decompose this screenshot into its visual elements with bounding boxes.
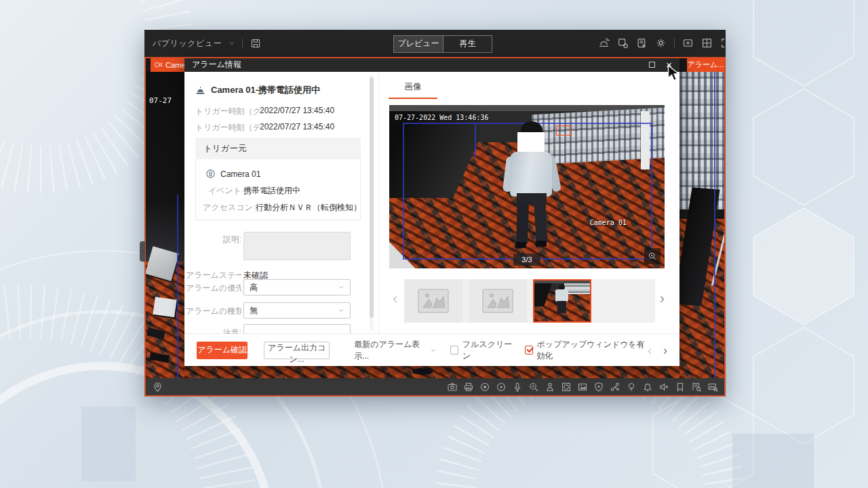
detected-person <box>503 121 560 257</box>
shield-add-icon[interactable] <box>593 381 604 392</box>
camera-icon <box>154 61 163 68</box>
panel-expander-handle[interactable] <box>140 241 145 262</box>
prev-alarm-icon[interactable]: ‹ <box>648 344 652 357</box>
maximize-icon[interactable] <box>649 62 655 68</box>
checkbox-checked[interactable] <box>525 346 533 354</box>
chevron-down-icon <box>338 284 344 291</box>
fullscreen-checkbox[interactable]: フルスクリーン <box>450 339 514 362</box>
alarm-snapshot[interactable]: 07-27-2022 Wed 13:46:36 Camera 01 3/3 <box>389 105 665 268</box>
record-icon[interactable] <box>479 381 490 392</box>
latest-alarm-label: 最新のアラーム表示... <box>354 339 425 362</box>
fullscreen-label: フルスクリーン <box>462 339 514 362</box>
enable-popup-checkbox[interactable]: ポップアップウィンドウを有効化 <box>525 339 648 362</box>
trigger-time-client-value: 2022/07/27 13:45:40 <box>260 106 334 117</box>
divider <box>674 38 675 48</box>
picture-icon[interactable] <box>576 381 588 392</box>
description-label: 説明: <box>186 234 241 245</box>
thumbnail-next-icon[interactable]: › <box>660 291 665 306</box>
alarm-category-select[interactable]: 無 <box>243 302 351 319</box>
trigger-time-client-label: トリガー時刻（クラ... <box>195 106 260 117</box>
detection-zone-line <box>475 123 476 158</box>
alarm-priority-select[interactable]: 高 <box>243 279 351 296</box>
alarm-title: Camera 01-携帯電話使用中 <box>211 84 320 96</box>
close-popup-icon[interactable] <box>682 37 694 49</box>
note-label: 注意: <box>186 327 241 333</box>
next-alarm-icon[interactable]: › <box>663 344 667 357</box>
person-locate-icon[interactable] <box>544 381 555 392</box>
access-control-value: 行動分析ＮＶＲ（転倒検知） <box>256 202 361 214</box>
camera-window-tab[interactable]: Came <box>151 58 184 72</box>
phone-detection-box <box>556 125 571 136</box>
alarm-priority-label: アラームの優先... <box>186 283 241 294</box>
light-icon[interactable] <box>625 381 637 392</box>
privacy-blur <box>517 132 545 152</box>
scrollbar-thumb[interactable] <box>370 77 374 318</box>
alarm-status-label: アラームステー... <box>186 270 241 281</box>
fullscreen-icon[interactable] <box>720 37 726 49</box>
microphone-icon[interactable] <box>511 381 523 392</box>
capture-icon[interactable] <box>446 381 458 392</box>
locate-icon[interactable] <box>152 381 163 392</box>
tab-preview[interactable]: プレビュー <box>394 36 443 52</box>
tab-playback[interactable]: 再生 <box>443 36 492 52</box>
close-icon[interactable]: × <box>666 60 672 70</box>
tab-image[interactable]: 画像 <box>389 81 437 99</box>
settings-icon[interactable] <box>655 37 667 49</box>
live-video-tile[interactable] <box>679 72 724 378</box>
live-video-tile[interactable] <box>184 365 679 378</box>
chevron-down-icon <box>338 307 344 314</box>
chevron-down-icon <box>229 40 235 47</box>
event-value: 携帯電話使用中 <box>243 185 300 197</box>
note-input[interactable] <box>243 324 351 333</box>
divider <box>242 39 243 49</box>
top-bar: パブリックビュー プレビュー 再生 <box>144 30 726 57</box>
trigger-source-header: トリガー元 <box>195 138 361 159</box>
alarm-category-label: アラームの種類... <box>186 306 241 317</box>
zoom-in-icon[interactable] <box>644 248 660 264</box>
alarm-received-icon[interactable] <box>598 37 610 49</box>
trigger-time-device-label: トリガー時刻（デバ... <box>195 122 260 134</box>
bookmark-icon[interactable] <box>674 381 686 392</box>
alarm-picture-panel: 画像 <box>378 72 679 333</box>
layout-grid-icon[interactable] <box>701 37 713 49</box>
alarm-output-button[interactable]: アラーム出力コン... <box>264 342 330 359</box>
search-document-icon[interactable] <box>690 381 702 392</box>
acknowledge-alarm-button[interactable]: アラーム確認 <box>197 342 248 359</box>
audio-off-icon[interactable] <box>658 381 669 392</box>
view-selector-dropdown[interactable]: パブリックビュー <box>153 38 235 49</box>
video-tile-toolbar <box>146 378 724 395</box>
video-stage: 07-27 Came アラーム... <box>144 57 726 396</box>
video-osd-timestamp: 07-27 <box>149 96 172 105</box>
trigger-source-box: Camera 01 イベント 携帯電話使用中 アクセスコント... 行動分析ＮＶ… <box>195 159 361 220</box>
broken-image-icon <box>482 289 513 313</box>
search-picture-icon[interactable] <box>707 381 718 392</box>
maintenance-icon[interactable] <box>617 37 629 49</box>
detection-zone-line <box>714 72 715 378</box>
checkbox-unchecked[interactable] <box>450 346 458 354</box>
live-video-tile[interactable]: 07-27 <box>146 72 184 378</box>
alarm-bell-icon[interactable] <box>642 381 653 392</box>
alarm-window-tab[interactable]: アラーム... <box>687 58 724 72</box>
smart-linkage-icon[interactable] <box>609 381 620 392</box>
thumbnail-prev-icon[interactable]: ‹ <box>393 291 397 306</box>
dialog-footer: アラーム確認 アラーム出力コン... 最新のアラーム表示... フルスクリーン … <box>184 333 679 366</box>
camera-tab-label: Came <box>165 61 184 69</box>
view-selector-label: パブリックビュー <box>153 38 223 49</box>
thumbnail-broken-1[interactable] <box>404 279 462 323</box>
thumbnail-broken-2[interactable] <box>469 279 527 323</box>
print-icon[interactable] <box>462 381 474 392</box>
latest-alarm-dropdown[interactable]: 最新のアラーム表示... <box>354 339 437 362</box>
dialog-header[interactable]: アラーム情報 × <box>184 57 679 72</box>
scrollbar[interactable] <box>370 75 374 331</box>
description-textarea[interactable] <box>243 232 351 260</box>
thumbnail-image <box>534 281 590 321</box>
thumbnail-selected[interactable] <box>533 279 591 323</box>
log-search-icon[interactable] <box>636 37 648 49</box>
alarm-priority-value: 高 <box>250 282 258 293</box>
alarm-detail-panel: Camera 01-携帯電話使用中 トリガー時刻（クラ... 2022/07/2… <box>184 72 378 333</box>
dialog-title: アラーム情報 <box>192 59 241 70</box>
digital-zoom-icon[interactable] <box>528 381 539 392</box>
fisheye-icon[interactable] <box>560 381 572 392</box>
instant-playback-icon[interactable] <box>495 381 507 392</box>
save-view-icon[interactable] <box>250 38 261 49</box>
